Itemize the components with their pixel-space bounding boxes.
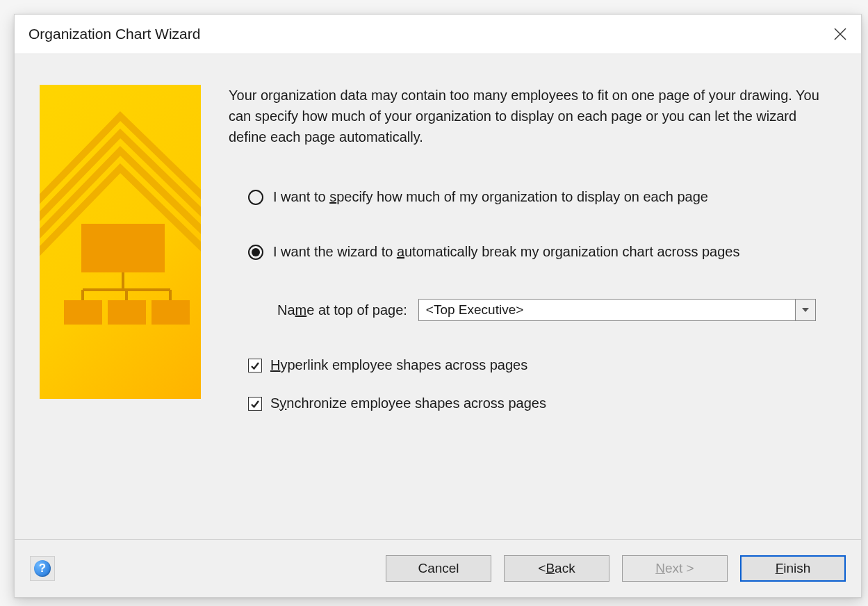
help-button[interactable]: ? xyxy=(30,556,55,581)
checkbox-icon[interactable] xyxy=(248,359,262,372)
radio-selected-dot xyxy=(252,248,260,256)
radio-specify-label: I want to specify how much of my organiz… xyxy=(273,189,708,205)
checkbox-icon[interactable] xyxy=(248,397,262,411)
svg-rect-5 xyxy=(152,300,190,325)
back-button[interactable]: < Back xyxy=(504,555,609,582)
checkbox-sync[interactable]: Synchronize employee shapes across pages xyxy=(229,395,836,411)
name-at-top-combo[interactable]: <Top Executive> xyxy=(418,299,816,321)
checkbox-sync-label: Synchronize employee shapes across pages xyxy=(270,395,546,411)
name-at-top-value[interactable]: <Top Executive> xyxy=(418,299,795,321)
checkmark-icon xyxy=(250,399,260,409)
checkbox-hyperlink-label: Hyperlink employee shapes across pages xyxy=(270,357,527,373)
next-button: Next > xyxy=(622,555,728,582)
dialog-footer: ? Cancel < Back Next > Finish xyxy=(15,539,861,597)
chevron-down-icon xyxy=(801,307,810,313)
svg-rect-3 xyxy=(64,300,102,325)
checkmark-icon xyxy=(250,361,260,370)
radio-icon[interactable] xyxy=(248,190,263,205)
radio-auto-label: I want the wizard to automatically break… xyxy=(273,244,739,260)
radio-auto[interactable]: I want the wizard to automatically break… xyxy=(229,244,836,260)
finish-button[interactable]: Finish xyxy=(740,555,846,582)
svg-marker-11 xyxy=(802,308,809,312)
dialog-title: Organization Chart Wizard xyxy=(28,26,825,42)
wizard-illustration xyxy=(40,85,201,399)
content-area: Your organization data may contain too m… xyxy=(15,54,861,539)
svg-marker-2 xyxy=(81,224,165,272)
help-icon: ? xyxy=(34,560,51,577)
radio-specify[interactable]: I want to specify how much of my organiz… xyxy=(229,189,836,205)
org-chart-icon xyxy=(40,85,201,399)
close-button[interactable] xyxy=(825,19,855,49)
combo-dropdown-button[interactable] xyxy=(795,299,816,321)
titlebar: Organization Chart Wizard xyxy=(15,15,861,54)
cancel-button[interactable]: Cancel xyxy=(386,555,491,582)
radio-icon[interactable] xyxy=(248,245,263,260)
name-at-top-row: Name at top of page: <Top Executive> xyxy=(229,299,836,321)
svg-rect-4 xyxy=(108,300,146,325)
wizard-form: Your organization data may contain too m… xyxy=(201,85,836,539)
intro-text: Your organization data may contain too m… xyxy=(229,85,833,147)
dialog-body: Your organization data may contain too m… xyxy=(15,54,861,597)
wizard-dialog: Organization Chart Wizard xyxy=(14,14,862,598)
name-at-top-label: Name at top of page: xyxy=(277,302,407,318)
checkbox-hyperlink[interactable]: Hyperlink employee shapes across pages xyxy=(229,357,836,373)
close-icon xyxy=(834,28,846,40)
